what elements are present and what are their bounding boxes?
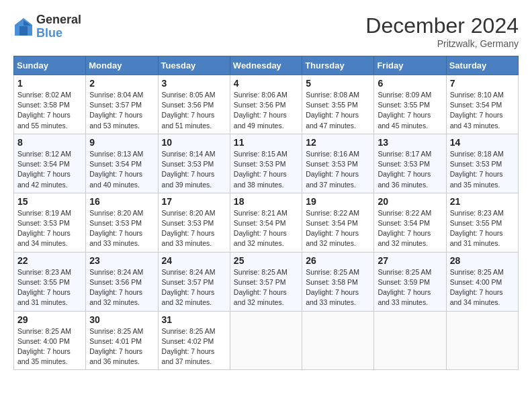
calendar-cell: 31 Sunrise: 8:25 AMSunset: 4:02 PMDaylig…: [158, 311, 230, 370]
day-info: Sunrise: 8:25 AMSunset: 3:58 PMDaylight:…: [306, 267, 370, 308]
day-info: Sunrise: 8:02 AMSunset: 3:58 PMDaylight:…: [17, 90, 82, 131]
calendar-cell: [446, 311, 518, 370]
day-number: 19: [306, 196, 370, 207]
calendar-week-row: 15 Sunrise: 8:19 AMSunset: 3:53 PMDaylig…: [14, 193, 519, 252]
day-number: 22: [17, 255, 82, 266]
calendar-cell: 5 Sunrise: 8:08 AMSunset: 3:55 PMDayligh…: [302, 75, 374, 134]
calendar-cell: 16 Sunrise: 8:20 AMSunset: 3:53 PMDaylig…: [86, 193, 158, 252]
day-info: Sunrise: 8:08 AMSunset: 3:55 PMDaylight:…: [306, 90, 370, 131]
weekday-header-wednesday: Wednesday: [230, 56, 302, 75]
day-info: Sunrise: 8:25 AMSunset: 4:00 PMDaylight:…: [17, 326, 82, 367]
calendar-cell: 29 Sunrise: 8:25 AMSunset: 4:00 PMDaylig…: [14, 311, 86, 370]
page-header: General Blue December 2024 Pritzwalk, Ge…: [13, 13, 519, 49]
logo-icon: [13, 17, 34, 37]
calendar-cell: 24 Sunrise: 8:24 AMSunset: 3:57 PMDaylig…: [158, 252, 230, 311]
logo-blue-text: Blue: [36, 27, 81, 40]
calendar-cell: 22 Sunrise: 8:23 AMSunset: 3:55 PMDaylig…: [14, 252, 86, 311]
calendar-week-row: 1 Sunrise: 8:02 AMSunset: 3:58 PMDayligh…: [14, 75, 519, 134]
day-info: Sunrise: 8:18 AMSunset: 3:53 PMDaylight:…: [450, 149, 515, 190]
title-block: December 2024 Pritzwalk, Germany: [365, 13, 519, 49]
logo: General Blue: [13, 13, 81, 40]
day-number: 13: [378, 137, 442, 148]
day-number: 2: [89, 78, 154, 89]
calendar-cell: 1 Sunrise: 8:02 AMSunset: 3:58 PMDayligh…: [14, 75, 86, 134]
day-number: 17: [162, 196, 226, 207]
day-info: Sunrise: 8:04 AMSunset: 3:57 PMDaylight:…: [89, 90, 154, 131]
calendar-cell: 10 Sunrise: 8:14 AMSunset: 3:53 PMDaylig…: [158, 134, 230, 193]
day-number: 5: [306, 78, 370, 89]
day-number: 20: [378, 196, 442, 207]
day-number: 15: [17, 196, 82, 207]
day-number: 3: [162, 78, 226, 89]
day-number: 30: [89, 314, 154, 325]
calendar-cell: 20 Sunrise: 8:22 AMSunset: 3:54 PMDaylig…: [374, 193, 446, 252]
day-info: Sunrise: 8:24 AMSunset: 3:57 PMDaylight:…: [162, 267, 226, 308]
day-number: 12: [306, 137, 370, 148]
calendar-cell: 9 Sunrise: 8:13 AMSunset: 3:54 PMDayligh…: [86, 134, 158, 193]
day-number: 21: [450, 196, 515, 207]
calendar-cell: 18 Sunrise: 8:21 AMSunset: 3:54 PMDaylig…: [230, 193, 302, 252]
day-number: 29: [17, 314, 82, 325]
day-number: 26: [306, 255, 370, 266]
weekday-header-sunday: Sunday: [14, 56, 86, 75]
day-info: Sunrise: 8:22 AMSunset: 3:54 PMDaylight:…: [378, 208, 442, 249]
calendar-cell: [302, 311, 374, 370]
day-number: 23: [89, 255, 154, 266]
calendar-cell: 13 Sunrise: 8:17 AMSunset: 3:53 PMDaylig…: [374, 134, 446, 193]
day-info: Sunrise: 8:06 AMSunset: 3:56 PMDaylight:…: [234, 90, 298, 131]
day-info: Sunrise: 8:23 AMSunset: 3:55 PMDaylight:…: [17, 267, 82, 308]
calendar-cell: [374, 311, 446, 370]
calendar-cell: 12 Sunrise: 8:16 AMSunset: 3:53 PMDaylig…: [302, 134, 374, 193]
calendar-table: SundayMondayTuesdayWednesdayThursdayFrid…: [13, 56, 519, 370]
day-number: 31: [162, 314, 226, 325]
day-number: 6: [378, 78, 442, 89]
logo-text: General Blue: [36, 13, 81, 40]
day-number: 10: [162, 137, 226, 148]
day-number: 14: [450, 137, 515, 148]
day-number: 8: [17, 137, 82, 148]
day-number: 27: [378, 255, 442, 266]
calendar-cell: 28 Sunrise: 8:25 AMSunset: 4:00 PMDaylig…: [446, 252, 518, 311]
day-number: 1: [17, 78, 82, 89]
day-number: 16: [89, 196, 154, 207]
day-info: Sunrise: 8:25 AMSunset: 4:00 PMDaylight:…: [450, 267, 515, 308]
day-number: 11: [234, 137, 298, 148]
calendar-cell: 21 Sunrise: 8:23 AMSunset: 3:55 PMDaylig…: [446, 193, 518, 252]
calendar-cell: 23 Sunrise: 8:24 AMSunset: 3:56 PMDaylig…: [86, 252, 158, 311]
calendar-cell: 17 Sunrise: 8:20 AMSunset: 3:53 PMDaylig…: [158, 193, 230, 252]
day-info: Sunrise: 8:25 AMSunset: 3:57 PMDaylight:…: [234, 267, 298, 308]
calendar-cell: 3 Sunrise: 8:05 AMSunset: 3:56 PMDayligh…: [158, 75, 230, 134]
day-info: Sunrise: 8:25 AMSunset: 4:02 PMDaylight:…: [162, 326, 226, 367]
calendar-cell: 14 Sunrise: 8:18 AMSunset: 3:53 PMDaylig…: [446, 134, 518, 193]
day-info: Sunrise: 8:16 AMSunset: 3:53 PMDaylight:…: [306, 149, 370, 190]
day-number: 9: [89, 137, 154, 148]
weekday-header-row: SundayMondayTuesdayWednesdayThursdayFrid…: [14, 56, 519, 75]
day-info: Sunrise: 8:24 AMSunset: 3:56 PMDaylight:…: [89, 267, 154, 308]
calendar-cell: 19 Sunrise: 8:22 AMSunset: 3:54 PMDaylig…: [302, 193, 374, 252]
weekday-header-thursday: Thursday: [302, 56, 374, 75]
day-info: Sunrise: 8:22 AMSunset: 3:54 PMDaylight:…: [306, 208, 370, 249]
day-info: Sunrise: 8:12 AMSunset: 3:54 PMDaylight:…: [17, 149, 82, 190]
calendar-cell: 11 Sunrise: 8:15 AMSunset: 3:53 PMDaylig…: [230, 134, 302, 193]
day-info: Sunrise: 8:23 AMSunset: 3:55 PMDaylight:…: [450, 208, 515, 249]
day-info: Sunrise: 8:19 AMSunset: 3:53 PMDaylight:…: [17, 208, 82, 249]
weekday-header-monday: Monday: [86, 56, 158, 75]
location-subtitle: Pritzwalk, Germany: [365, 38, 519, 49]
day-number: 24: [162, 255, 226, 266]
calendar-cell: 4 Sunrise: 8:06 AMSunset: 3:56 PMDayligh…: [230, 75, 302, 134]
calendar-cell: 27 Sunrise: 8:25 AMSunset: 3:59 PMDaylig…: [374, 252, 446, 311]
day-info: Sunrise: 8:25 AMSunset: 4:01 PMDaylight:…: [89, 326, 154, 367]
calendar-cell: 15 Sunrise: 8:19 AMSunset: 3:53 PMDaylig…: [14, 193, 86, 252]
calendar-week-row: 29 Sunrise: 8:25 AMSunset: 4:00 PMDaylig…: [14, 311, 519, 370]
calendar-cell: 2 Sunrise: 8:04 AMSunset: 3:57 PMDayligh…: [86, 75, 158, 134]
calendar-cell: 25 Sunrise: 8:25 AMSunset: 3:57 PMDaylig…: [230, 252, 302, 311]
month-title: December 2024: [365, 13, 519, 38]
calendar-week-row: 22 Sunrise: 8:23 AMSunset: 3:55 PMDaylig…: [14, 252, 519, 311]
day-info: Sunrise: 8:13 AMSunset: 3:54 PMDaylight:…: [89, 149, 154, 190]
day-info: Sunrise: 8:15 AMSunset: 3:53 PMDaylight:…: [234, 149, 298, 190]
weekday-header-saturday: Saturday: [446, 56, 518, 75]
calendar-week-row: 8 Sunrise: 8:12 AMSunset: 3:54 PMDayligh…: [14, 134, 519, 193]
day-number: 18: [234, 196, 298, 207]
calendar-cell: [230, 311, 302, 370]
day-number: 4: [234, 78, 298, 89]
